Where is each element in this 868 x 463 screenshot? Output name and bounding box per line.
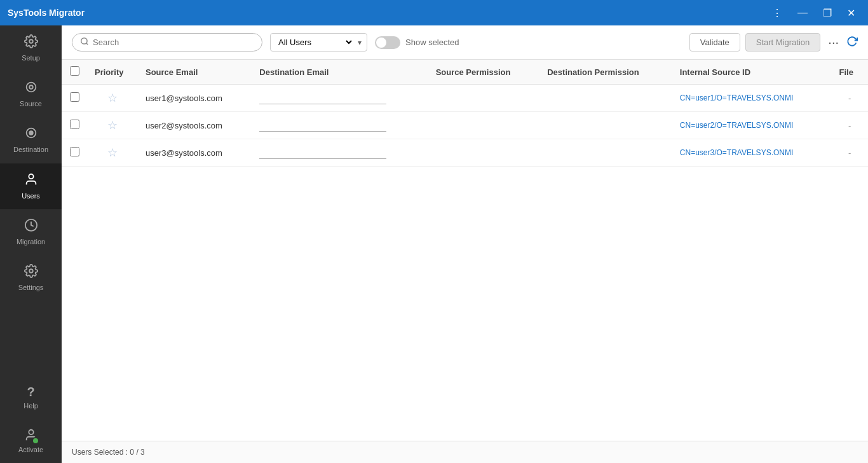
migration-label: Migration [17,238,45,246]
row2-file: - [832,112,869,139]
row2-star-icon[interactable]: ☆ [107,119,118,132]
sidebar-item-setup[interactable]: Setup [0,25,62,71]
settings-icon [24,264,38,281]
table-row: ☆ user3@systools.com CN=user3/O=TRAVELSY… [62,139,868,167]
app-title: SysTools Migrator [8,8,767,18]
toolbar: All Users Selected Users Unselected User… [62,25,868,60]
sidebar-item-source[interactable]: Source [0,71,62,117]
table-container: Priority Source Email Destination Email … [62,60,868,441]
destination-email-column-header: Destination Email [252,60,428,85]
row1-star-icon[interactable]: ☆ [107,92,118,104]
select-all-checkbox[interactable] [70,66,79,76]
row2-destination-email-input[interactable] [259,119,386,132]
show-selected-switch[interactable] [375,36,400,49]
internal-source-id-column-header: Internal Source ID [672,60,832,85]
row2-checkbox[interactable] [70,120,79,129]
row1-source-permission [428,85,540,112]
footer: Users Selected : 0 / 3 [62,441,868,463]
show-selected-toggle[interactable]: Show selected [375,36,459,49]
help-label: Help [24,402,38,410]
sidebar-bottom: ? Help Activate [0,376,62,463]
priority-column-header: Priority [87,60,138,85]
row1-checkbox[interactable] [70,92,79,102]
row2-source-email: user2@systools.com [138,112,252,139]
row3-star-icon[interactable]: ☆ [107,146,118,159]
source-icon [24,80,38,97]
search-input[interactable] [93,38,252,47]
users-selected-label: Users Selected : 0 / 3 [72,448,145,457]
table-header: Priority Source Email Destination Email … [62,60,868,85]
activate-label: Activate [18,446,43,454]
main-layout: Setup Source Destination [0,25,868,463]
window-controls: ⋮ — ❐ ✕ [767,6,860,20]
row2-checkbox-cell[interactable] [62,112,87,139]
setup-label: Setup [22,54,40,62]
row1-checkbox-cell[interactable] [62,85,87,112]
row3-destination-email-cell[interactable] [252,139,428,167]
title-bar: SysTools Migrator ⋮ — ❐ ✕ [0,0,868,25]
start-migration-button[interactable]: Start Migration [745,33,821,52]
table-body: ☆ user1@systools.com CN=user1/O=TRAVELSY… [62,85,868,167]
activate-status-dot [32,437,39,445]
table-row: ☆ user1@systools.com CN=user1/O=TRAVELSY… [62,85,868,112]
row2-priority-cell[interactable]: ☆ [87,112,138,139]
dropdown-chevron-icon: ▾ [358,38,362,47]
more-options-button[interactable]: ⋮ [767,6,787,20]
row3-destination-email-input[interactable] [259,146,386,159]
users-table: Priority Source Email Destination Email … [62,60,868,167]
activate-icon-wrapper [24,428,38,443]
row3-checkbox-cell[interactable] [62,139,87,167]
sidebar-item-activate[interactable]: Activate [0,419,62,463]
users-icon [24,172,38,190]
sidebar-item-help[interactable]: ? Help [0,376,62,419]
more-actions-button[interactable]: ··· [825,35,841,50]
select-all-header[interactable] [62,60,87,85]
source-email-column-header: Source Email [138,60,252,85]
settings-label: Settings [18,284,44,292]
refresh-button[interactable] [846,36,858,50]
destination-icon [24,126,38,143]
maximize-button[interactable]: ❐ [818,6,837,20]
row1-destination-email-cell[interactable] [252,85,428,112]
minimize-button[interactable]: — [792,6,813,20]
migration-icon [24,218,38,235]
user-filter-select[interactable]: All Users Selected Users Unselected User… [276,37,354,48]
svg-point-0 [29,39,33,43]
svg-point-9 [81,38,87,44]
user-filter-dropdown[interactable]: All Users Selected Users Unselected User… [270,33,367,52]
svg-point-8 [29,430,33,434]
search-icon [80,37,89,48]
row3-source-permission [428,139,540,167]
row1-source-email: user1@systools.com [138,85,252,112]
toolbar-right: Validate Start Migration ··· [689,33,858,52]
validate-button[interactable]: Validate [689,33,740,52]
sidebar-item-settings[interactable]: Settings [0,255,62,301]
row1-destination-email-input[interactable] [259,92,386,104]
row2-destination-email-cell[interactable] [252,112,428,139]
svg-point-4 [29,132,33,135]
sidebar-item-destination[interactable]: Destination [0,117,62,163]
destination-permission-column-header: Destination Permission [539,60,672,85]
row1-internal-source-id: CN=user1/O=TRAVELSYS.ONMI [672,85,832,112]
row3-priority-cell[interactable]: ☆ [87,139,138,167]
svg-point-1 [26,83,36,92]
svg-point-7 [29,269,33,273]
svg-point-5 [29,174,33,178]
row1-priority-cell[interactable]: ☆ [87,85,138,112]
row1-file: - [832,85,869,112]
sidebar-item-users[interactable]: Users [0,163,62,209]
sidebar-item-migration[interactable]: Migration [0,209,62,255]
row2-destination-permission [539,112,672,139]
file-column-header: File [832,60,869,85]
users-label: Users [22,192,40,200]
table-row: ☆ user2@systools.com CN=user2/O=TRAVELSY… [62,112,868,139]
search-box[interactable] [72,33,262,52]
row2-internal-source-id: CN=user2/O=TRAVELSYS.ONMI [672,112,832,139]
row2-source-permission [428,112,540,139]
row3-checkbox[interactable] [70,147,79,156]
help-icon: ? [27,385,34,399]
close-button[interactable]: ✕ [842,6,860,20]
row3-file: - [832,139,869,167]
sidebar: Setup Source Destination [0,25,62,463]
row3-internal-source-id: CN=user3/O=TRAVELSYS.ONMI [672,139,832,167]
